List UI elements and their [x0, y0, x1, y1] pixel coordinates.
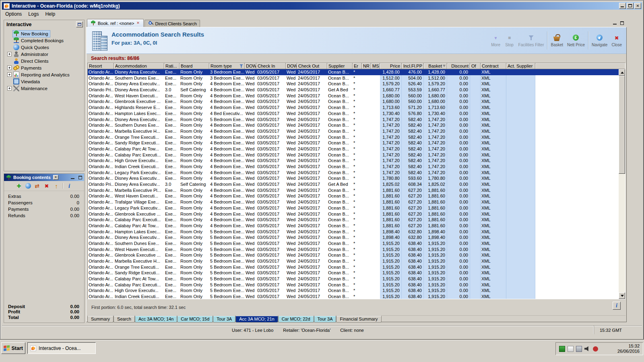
- table-row[interactable]: Orlando Ar...Sandy Ridge Executi...Exe..…: [88, 140, 619, 146]
- column-header-basket[interactable]: Basket: [424, 63, 447, 69]
- column-header-resort[interactable]: Resort: [88, 63, 114, 69]
- table-row[interactable]: Orlando Ar...Indian Creek Executi...Exe.…: [88, 164, 619, 170]
- table-row[interactable]: Orlando Ar...Southern Dunes Exe...Exe...…: [88, 75, 619, 81]
- column-header-room-type[interactable]: Room type: [209, 63, 245, 69]
- booking-contents-row[interactable]: Payments0.00: [4, 206, 84, 212]
- maximize-button[interactable]: [627, 3, 634, 9]
- titlebar[interactable]: Interactive - Ocean-Florida (code: wMq1r…: [2, 2, 642, 10]
- sidebar-item-administrator[interactable]: Administrator: [4, 51, 84, 58]
- column-header-ms[interactable]: MS: [371, 63, 380, 69]
- filter-icon[interactable]: [239, 64, 243, 68]
- table-row[interactable]: Orlando Ar...Glenbrook Executive ...Exe.…: [88, 99, 619, 105]
- column-header-board[interactable]: Board: [180, 63, 209, 69]
- column-header-of[interactable]: Of: [470, 63, 481, 69]
- table-row[interactable]: Orlando Ar...Calabay Parc At Tow...Exe..…: [88, 146, 619, 152]
- column-header-incl-fl-pp[interactable]: Incl.Fl.PP: [402, 63, 424, 69]
- column-header-contract[interactable]: Contract: [481, 63, 506, 69]
- sidebar-item-new-booking[interactable]: New Booking: [4, 30, 84, 37]
- menu-help[interactable]: Help: [42, 11, 58, 17]
- table-row[interactable]: Orlando Ar...Calabay Parc Executi...Exe.…: [88, 152, 619, 158]
- scroll-down-icon[interactable]: [619, 292, 625, 299]
- volume-icon[interactable]: [584, 346, 590, 352]
- sidebar-item-maintenance[interactable]: Maintenance: [4, 85, 84, 92]
- printer-icon[interactable]: [576, 346, 582, 352]
- transfer-icon[interactable]: [34, 183, 41, 189]
- table-row[interactable]: Orlando Ar...Hampton Lakes Exec...Exe...…: [88, 229, 619, 235]
- nett-price-button[interactable]: Nett Price: [565, 33, 587, 48]
- bottom-tab-car-mco-22d[interactable]: Car MCO; 22d: [278, 316, 314, 323]
- panel-maximize-button[interactable]: [619, 21, 625, 26]
- sidebar-item-reporting-and-analytics[interactable]: Reporting and Analytics: [4, 71, 84, 78]
- close-button[interactable]: [634, 3, 641, 9]
- navigate-button[interactable]: Navigate: [590, 33, 609, 48]
- table-row[interactable]: Orlando Ar...Glenbrook Executive ...Exe.…: [88, 211, 619, 217]
- sidebar-item-completed-bookings[interactable]: Completed Bookings: [4, 37, 84, 44]
- panel-minimize-button[interactable]: [612, 21, 618, 26]
- network-icon[interactable]: [559, 346, 565, 352]
- table-row[interactable]: Orlando Ar...Sandy Ridge Executi...Exe..…: [88, 270, 619, 276]
- table-row[interactable]: Orlando Ar...Disney Area Executiv...Exe.…: [88, 69, 619, 75]
- taskbar-task-button[interactable]: Interactive - Ocea...: [27, 342, 96, 354]
- table-row[interactable]: Orlando Ar...Southern Dunes Exe...Exe...…: [88, 122, 619, 128]
- sidebar-item-viewdata[interactable]: Viewdata: [4, 78, 84, 85]
- booking-contents-row[interactable]: Refunds0.00: [4, 212, 84, 219]
- column-header-er[interactable]: Er: [353, 63, 362, 69]
- table-row[interactable]: Orlando Ar...Disney Area Executiv...Exe.…: [88, 175, 619, 181]
- table-row[interactable]: Orlando Ar...Indian Creek Executi...Exe.…: [88, 294, 619, 299]
- collapse-panel-button[interactable]: [76, 21, 83, 27]
- vertical-scrollbar[interactable]: [619, 69, 625, 299]
- bottom-tab-search[interactable]: Search: [114, 316, 135, 323]
- alert-icon[interactable]: [593, 346, 598, 352]
- mail-icon[interactable]: [568, 346, 574, 352]
- sidebar-item-payments[interactable]: Payments: [4, 64, 84, 71]
- basket-button[interactable]: Basket: [549, 33, 565, 48]
- bottom-tab-tour-3a[interactable]: Tour 3A: [314, 316, 336, 323]
- column-header-act-supplier[interactable]: Act. Supplier: [506, 63, 535, 69]
- bottom-tab-tour-3a[interactable]: Tour 3A: [213, 316, 235, 323]
- minimize-button[interactable]: [619, 3, 626, 9]
- booking-contents-header[interactable]: Booking contents: [4, 174, 84, 181]
- table-row[interactable]: Orlando Ar...Orange Tree Executi...Exe..…: [88, 264, 619, 270]
- quote-icon[interactable]: [25, 183, 31, 189]
- column-header-dow[interactable]: DOW: [286, 63, 297, 69]
- bottom-tab-acc-3a-mco-21n[interactable]: Acc 3A MCO; 21n: [235, 316, 278, 323]
- sidebar-item-direct-clients[interactable]: Direct Clients: [4, 58, 84, 64]
- column-header-check-in[interactable]: Check In: [256, 63, 286, 69]
- table-row[interactable]: Orlando Ar...Southern Dunes Exe...Exe...…: [88, 241, 619, 247]
- table-row[interactable]: Orlando Ar...Marbella Executive H...Exe.…: [88, 128, 619, 134]
- expand-plus-icon[interactable]: [7, 66, 12, 70]
- table-row[interactable]: Orlando Ar...High Grove Executiv...Exe..…: [88, 288, 619, 294]
- close-button[interactable]: Close: [609, 33, 624, 48]
- table-row[interactable]: Orlando Ar...West Haven Executi...Exe...…: [88, 247, 619, 253]
- column-header-price[interactable]: Price: [380, 63, 402, 69]
- column-header-discount[interactable]: Discount: [447, 63, 470, 69]
- table-row[interactable]: Orlando Ar...Legacy Park Executiv...Exe.…: [88, 170, 619, 176]
- table-row[interactable]: Orlando Ar...Calabay Parc At Tow...Exe..…: [88, 223, 619, 229]
- sidebar-item-quick-quotes[interactable]: Quick Quotes: [4, 44, 84, 51]
- expand-plus-icon[interactable]: [7, 86, 12, 90]
- info-button[interactable]: [613, 302, 621, 310]
- panel-minimize-button[interactable]: [70, 175, 76, 180]
- tab-book-ref-none[interactable]: Book. ref : <none>: [87, 19, 144, 27]
- table-row[interactable]: Orlando Pri...Disney Area Executiv...3.0…: [88, 87, 619, 93]
- column-header-check-out[interactable]: Check Out: [297, 63, 327, 69]
- start-button[interactable]: Start: [1, 342, 25, 354]
- column-header-nr[interactable]: NR: [362, 63, 371, 69]
- close-panel-icon[interactable]: [53, 175, 58, 180]
- table-row[interactable]: Orlando Ar...Calabay Parc At Tow...Exe..…: [88, 276, 619, 282]
- table-row[interactable]: Orlando Ar...Highlands Reserve E...Exe..…: [88, 105, 619, 111]
- column-header-accommodation[interactable]: Accommodation: [114, 63, 164, 69]
- upload-icon[interactable]: [53, 183, 60, 189]
- table-row[interactable]: Orlando Ar...High Grove Executiv...Exe..…: [88, 158, 619, 164]
- table-row[interactable]: Orlando Ar...Disney Area Executiv...Exe.…: [88, 234, 619, 241]
- column-header-dow[interactable]: DOW: [245, 63, 256, 69]
- table-row[interactable]: Orlando Ar...Disney Area Executiv...Exe.…: [88, 117, 619, 123]
- table-row[interactable]: Orlando Pri...Disney Area Executiv...3.0…: [88, 181, 619, 187]
- table-row[interactable]: Orlando Ar...Trafalgar Village Exe...Exe…: [88, 199, 619, 205]
- bottom-tab-car-mco-15d[interactable]: Car MCO; 15d: [177, 316, 213, 323]
- table-row[interactable]: Orlando Ar...West Haven Executi...Exe...…: [88, 93, 619, 99]
- menu-logs[interactable]: Logs: [25, 11, 42, 17]
- tab-direct-clients-search[interactable]: Direct Clients Search: [144, 20, 200, 27]
- scroll-up-icon[interactable]: [619, 69, 625, 76]
- add-icon[interactable]: [16, 183, 23, 189]
